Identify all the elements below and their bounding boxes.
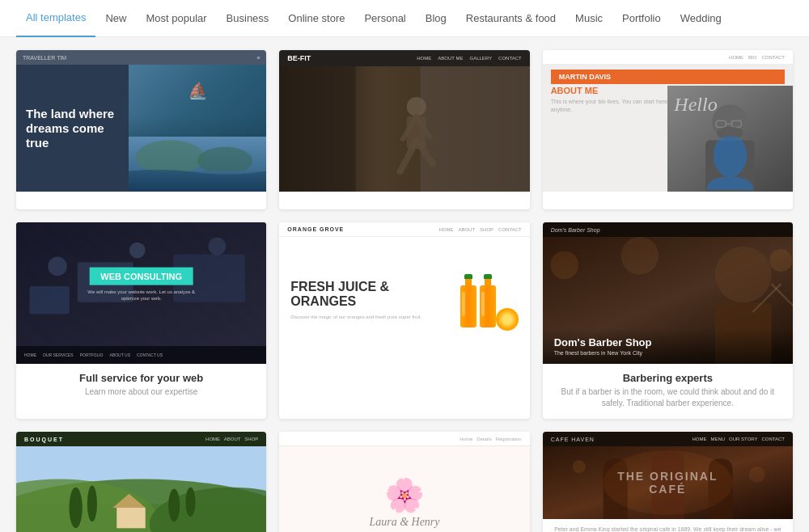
nav-item-wedding[interactable]: Wedding [671, 0, 731, 37]
card-9-nav: HOME MENU OUR STORY CONTACT [692, 437, 785, 441]
card-4-nav3: PORTFOLIO [80, 353, 104, 357]
bottles-container [460, 274, 519, 327]
card-3-body: ABOUT ME This is where your bio lives. Y… [543, 86, 793, 192]
card-4-bottom-nav: HOME OUR SERVICES PORTFOLIO ABOUT US CON… [16, 346, 266, 364]
card-5-left: FRESH JUICE & ORANGES Discover the magic… [290, 280, 451, 320]
card-4-nav1: HOME [24, 353, 36, 357]
card-4-nav2: OUR SERVICES [43, 353, 74, 357]
svg-rect-15 [705, 141, 754, 192]
bottle-1-neck [465, 279, 472, 285]
nav-item-online-store[interactable]: Online store [278, 0, 354, 37]
card-2-link3: GALLERY [470, 56, 493, 61]
card-4-nav4: ABOUT US [110, 353, 130, 357]
svg-point-42 [168, 489, 180, 522]
nav-item-new[interactable]: New [95, 0, 136, 37]
card-9-header: CAFE HAVEN HOME MENU OUR STORY CONTACT [543, 432, 793, 446]
card-4-footer: Full service for your web Learn more abo… [16, 364, 266, 407]
card-9-big-text: THE ORIGINAL CAFÉ [605, 470, 731, 496]
nav-item-business[interactable]: Business [217, 0, 279, 37]
card-3-hello: Hello [674, 94, 717, 116]
card-3-desc: This is where your bio lives. You can st… [551, 98, 672, 114]
card-preview-2: BE-FIT HOME ABOUT ME GALLERY CONTACT [279, 50, 529, 192]
card-2-footer [279, 192, 529, 209]
card-5-footer [279, 364, 529, 382]
card-4-overlay: WEB CONSULTING We will make your website… [78, 267, 204, 302]
card-4-hero: WEB CONSULTING We will make your website… [16, 222, 266, 346]
card-6-header: Dom's Barber Shop [543, 222, 793, 237]
card-5-links: HOME ABOUT SHOP CONTACT [438, 227, 521, 232]
bottle-2-neck [485, 279, 491, 285]
card-5-bottles [460, 274, 519, 327]
nav-item-restaurants[interactable]: Restaurants & food [456, 0, 565, 37]
template-card-barber[interactable]: Dom's Barber Shop [543, 222, 793, 419]
card-3-link3: CONTACT [761, 55, 785, 60]
card-3-header: HOME BIO CONTACT [543, 50, 793, 65]
card-7-hero [16, 446, 266, 532]
template-card-cafe[interactable]: CAFE HAVEN HOME MENU OUR STORY CONTACT [543, 432, 793, 532]
card-preview-3: HOME BIO CONTACT MARTIN DAVIS ABOUT ME T… [543, 50, 793, 192]
card-4-footer-subtitle: Learn more about our expertise [28, 386, 255, 398]
nav-item-most-popular[interactable]: Most popular [136, 0, 216, 37]
card-6-barber-title: Dom's Barber Shop [554, 336, 781, 348]
orange-slice [496, 308, 519, 331]
card-2-link2: ABOUT ME [438, 56, 463, 61]
nav-item-music[interactable]: Music [565, 0, 612, 37]
nav-item-portfolio[interactable]: Portfolio [612, 0, 671, 37]
template-card-webconsulting[interactable]: WEB CONSULTING We will make your website… [16, 222, 266, 419]
card-4-badge: WEB CONSULTING [89, 267, 193, 285]
template-card-martin[interactable]: HOME BIO CONTACT MARTIN DAVIS ABOUT ME T… [543, 50, 793, 209]
card-5-title: FRESH JUICE & ORANGES [290, 280, 451, 308]
card-2-hero [279, 66, 529, 192]
card-5-link1: HOME [438, 227, 453, 232]
card-6-footer: Barbering experts But if a barber is in … [543, 364, 793, 419]
card-5-desc: Discover the magic of our oranges and fr… [290, 314, 451, 321]
card-1-content: The land where dreams come true [16, 65, 266, 192]
template-card-bouquet[interactable]: BOUQUET HOME ABOUT SHOP [16, 432, 266, 532]
template-card-befit[interactable]: BE-FIT HOME ABOUT ME GALLERY CONTACT [279, 50, 529, 209]
card-5-logo: ORANGE GROVE [287, 226, 344, 232]
template-card-wedding[interactable]: Home Details Registration 🌸 Laura & Henr… [279, 432, 529, 532]
svg-point-40 [70, 488, 83, 529]
card-6-barber-sub: The finest barbers in New York City [554, 350, 781, 356]
card-2-link4: CONTACT [498, 56, 522, 61]
svg-rect-6 [279, 66, 356, 192]
card-preview-7: BOUQUET HOME ABOUT SHOP [16, 432, 266, 532]
card-5-link3: SHOP [480, 227, 493, 232]
card-1-hero-image [129, 65, 266, 192]
templates-grid: TRAVELLER TIM ≡ The land where dreams co… [0, 37, 809, 532]
card-9-hero: THE ORIGINAL CAFÉ [543, 446, 793, 519]
card-1-footer [16, 192, 266, 209]
card-3-nav-links: HOME BIO CONTACT [729, 55, 785, 60]
svg-point-41 [87, 486, 97, 522]
card-1-menu-icon: ≡ [256, 55, 260, 61]
nav-item-all-templates[interactable]: All templates [16, 0, 95, 37]
svg-rect-21 [29, 286, 69, 315]
template-card-traveller[interactable]: TRAVELLER TIM ≡ The land where dreams co… [16, 50, 266, 209]
nav-item-personal[interactable]: Personal [354, 0, 415, 37]
card-6-shop-name: Dom's Barber Shop [551, 227, 600, 233]
bottle-2-body [480, 285, 496, 327]
card-3-photo: Hello [667, 86, 793, 192]
card-preview-9: CAFE HAVEN HOME MENU OUR STORY CONTACT [543, 432, 793, 532]
svg-point-2 [197, 147, 252, 175]
card-2-logo: BE-FIT [287, 54, 311, 62]
card-8-body: 🌸 Laura & Henry The story of our love [279, 446, 529, 532]
nav-item-blog[interactable]: Blog [416, 0, 456, 37]
navigation-bar: All templates New Most popular Business … [0, 0, 809, 37]
card-4-footer-title: Full service for your web [28, 372, 255, 384]
card-3-about: ABOUT ME [551, 86, 672, 95]
card-2-nav: BE-FIT HOME ABOUT ME GALLERY CONTACT [279, 50, 529, 66]
card-3-footer [543, 192, 793, 209]
svg-point-52 [748, 467, 765, 483]
card-6-footer-subtitle: But if a barber is in the room, we could… [554, 386, 781, 409]
card-6-overlay: Dom's Barber Shop The finest barbers in … [543, 328, 793, 364]
template-card-orangegrove[interactable]: ORANGE GROVE HOME ABOUT SHOP CONTACT FRE… [279, 222, 529, 419]
card-1-hero-text: The land where dreams come true [16, 65, 129, 192]
svg-point-28 [714, 247, 771, 303]
card-3-link1: HOME [729, 55, 743, 60]
card-8-flower: 🌸 [384, 479, 425, 511]
svg-point-32 [550, 251, 578, 279]
bottle-1-body [460, 285, 477, 327]
card-5-header: ORANGE GROVE HOME ABOUT SHOP CONTACT [279, 222, 529, 237]
card-3-left: ABOUT ME This is where your bio lives. Y… [543, 86, 680, 192]
